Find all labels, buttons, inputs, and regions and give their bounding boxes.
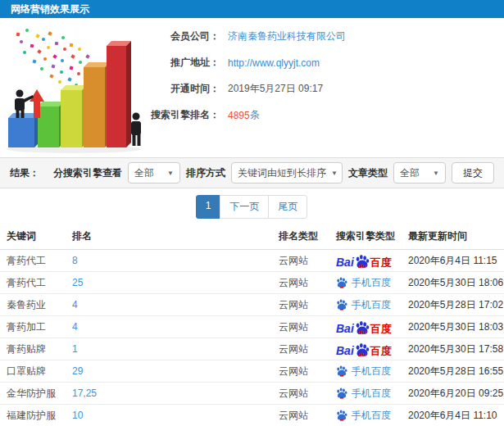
rank-type-cell: 云网站 bbox=[272, 365, 329, 378]
info-label: 推广地址： bbox=[138, 56, 220, 70]
engine-filter-label: 分搜索引擎查看 bbox=[53, 166, 122, 180]
table-row: 膏药代工 25 云网站 Bai du 百度 bbox=[0, 272, 504, 294]
baidu-bai-text: Bai bbox=[336, 345, 354, 356]
engine-filter-value: 全部 bbox=[134, 166, 154, 180]
rank-link[interactable]: 1 bbox=[72, 343, 78, 355]
bar-green bbox=[38, 102, 64, 147]
result-label: 结果： bbox=[10, 166, 39, 180]
mobile-baidu-badge: 手机百度 bbox=[336, 365, 391, 378]
col-header-updated: 最新更新时间 bbox=[402, 224, 504, 249]
col-header-engine-type: 搜索引擎类型 bbox=[329, 224, 402, 249]
rank-type-cell: 云网站 bbox=[272, 254, 329, 268]
info-label: 搜索引擎排名： bbox=[138, 108, 220, 122]
baidu-cn-text: 百度 bbox=[370, 257, 392, 268]
article-type-select[interactable]: 全部 ▼ bbox=[393, 162, 446, 184]
chevron-down-icon: ▼ bbox=[433, 170, 439, 177]
mobile-baidu-paw-icon bbox=[336, 410, 347, 421]
mobile-baidu-label: 手机百度 bbox=[352, 409, 391, 423]
rank-type-cell: 云网站 bbox=[272, 276, 329, 290]
submit-button[interactable]: 提交 bbox=[452, 162, 494, 184]
mobile-baidu-badge: 手机百度 bbox=[336, 409, 391, 423]
rank-link[interactable]: 10 bbox=[72, 410, 83, 421]
update-time-cell: 2020年5月30日 18:03 bbox=[402, 320, 504, 334]
sort-filter-label: 排序方式 bbox=[186, 166, 225, 180]
mobile-baidu-label: 手机百度 bbox=[352, 298, 391, 312]
baidu-bai-text: Bai bbox=[336, 323, 354, 334]
rank-link[interactable]: 8 bbox=[72, 255, 78, 266]
table-row: 福建防护服 10 云网站 Bai du 百度 bbox=[0, 405, 504, 426]
sort-filter-value: 关键词由短到长排序 bbox=[238, 166, 326, 180]
engine-type-cell: Bai du 百度 bbox=[329, 320, 402, 334]
baidu-du-text: du bbox=[358, 263, 366, 268]
bar-yellow bbox=[61, 85, 87, 147]
keyword-cell: 膏药代工 bbox=[0, 254, 66, 268]
rank-link[interactable]: 25 bbox=[72, 277, 83, 288]
rank-link[interactable]: 4 bbox=[72, 321, 78, 333]
info-value: 2019年5月27日 09:17 bbox=[228, 82, 323, 96]
mobile-baidu-badge: 手机百度 bbox=[336, 276, 391, 290]
page-last[interactable]: 尾页 bbox=[268, 195, 307, 219]
mobile-baidu-label: 手机百度 bbox=[352, 276, 391, 290]
baidu-logo: Bai du 百度 bbox=[336, 342, 392, 356]
info-value[interactable]: 济南秦鲁药业科技有限公司 bbox=[228, 29, 346, 43]
sort-filter-select[interactable]: 关键词由短到长排序 ▼ bbox=[231, 162, 343, 184]
info-suffix: 条 bbox=[250, 108, 260, 122]
app-window: 网络营销效果展示 bbox=[0, 0, 504, 426]
bar-blue bbox=[8, 113, 39, 147]
info-label: 开通时间： bbox=[138, 82, 220, 96]
update-time-cell: 2020年6月4日 11:15 bbox=[402, 254, 504, 268]
bar-chart-illustration bbox=[2, 25, 145, 156]
rank-type-cell: 云网站 bbox=[272, 409, 329, 423]
table-row: 秦鲁药业 4 云网站 Bai du 百度 bbox=[0, 294, 504, 316]
keyword-cell: 口罩贴牌 bbox=[0, 365, 66, 378]
keyword-cell: 秦鲁药业 bbox=[0, 298, 66, 312]
company-info-row: 推广地址： http://www.qlyyjt.com bbox=[138, 56, 346, 70]
rank-type-cell: 云网站 bbox=[272, 320, 329, 334]
rank-link[interactable]: 4 bbox=[72, 299, 78, 310]
col-header-rank-type: 排名类型 bbox=[272, 224, 329, 249]
confetti-dots bbox=[16, 29, 95, 87]
keyword-cell: 福建防护服 bbox=[0, 409, 66, 423]
engine-type-cell: Bai du 百度 bbox=[329, 276, 402, 290]
table-row: 膏药代工 8 云网站 Bai du 百度 bbox=[0, 250, 504, 272]
info-value[interactable]: http://www.qlyyjt.com bbox=[228, 57, 320, 69]
engine-type-cell: Bai du 百度 bbox=[329, 298, 402, 312]
info-label: 会员公司： bbox=[138, 29, 220, 43]
rank-type-cell: 云网站 bbox=[272, 298, 329, 312]
keyword-cell: 膏药代工 bbox=[0, 276, 66, 290]
col-header-keyword: 关键词 bbox=[0, 224, 66, 249]
update-time-cell: 2020年5月28日 17:02 bbox=[402, 298, 504, 312]
growth-chart-graphic bbox=[2, 25, 145, 156]
mobile-baidu-label: 手机百度 bbox=[352, 387, 391, 401]
mobile-baidu-badge: 手机百度 bbox=[336, 298, 391, 312]
page-current[interactable]: 1 bbox=[196, 195, 221, 219]
mobile-baidu-paw-icon bbox=[336, 387, 347, 399]
table-header-row: 关键词 排名 排名类型 搜索引擎类型 最新更新时间 bbox=[0, 224, 504, 250]
table-row: 膏药加工 4 云网站 Bai du 百度 bbox=[0, 316, 504, 338]
engine-type-cell: Bai du 百度 bbox=[329, 387, 402, 401]
company-info-row: 搜索引擎排名： 4895 条 bbox=[138, 108, 346, 122]
baidu-logo: Bai du 百度 bbox=[336, 254, 392, 268]
titlebar: 网络营销效果展示 bbox=[0, 0, 504, 18]
mobile-baidu-paw-icon bbox=[336, 365, 347, 377]
mobile-baidu-label: 手机百度 bbox=[352, 365, 391, 378]
rank-link[interactable]: 17,25 bbox=[72, 387, 97, 399]
rank-link[interactable]: 29 bbox=[72, 365, 83, 377]
engine-filter-select[interactable]: 全部 ▼ bbox=[128, 162, 180, 184]
article-type-label: 文章类型 bbox=[348, 166, 388, 180]
keyword-cell: 金华防护服 bbox=[0, 387, 66, 401]
results-table: 关键词 排名 排名类型 搜索引擎类型 最新更新时间 膏药代工 8 云网站 Bai… bbox=[0, 224, 504, 426]
update-time-cell: 2020年5月30日 17:58 bbox=[402, 342, 504, 356]
rank-type-cell: 云网站 bbox=[272, 387, 329, 401]
chevron-down-icon: ▼ bbox=[167, 170, 174, 177]
update-time-cell: 2020年5月28日 16:55 bbox=[402, 365, 504, 378]
page-next[interactable]: 下一页 bbox=[220, 195, 269, 219]
bar-red bbox=[107, 41, 131, 147]
bar-orange bbox=[84, 62, 110, 147]
col-header-rank: 排名 bbox=[66, 224, 272, 249]
baidu-bai-text: Bai bbox=[336, 256, 354, 268]
company-info-row: 开通时间： 2019年5月27日 09:17 bbox=[138, 82, 346, 96]
info-value: 4895 bbox=[228, 110, 250, 121]
engine-type-cell: Bai du 百度 bbox=[329, 409, 402, 423]
update-time-cell: 2020年5月30日 18:06 bbox=[402, 276, 504, 290]
